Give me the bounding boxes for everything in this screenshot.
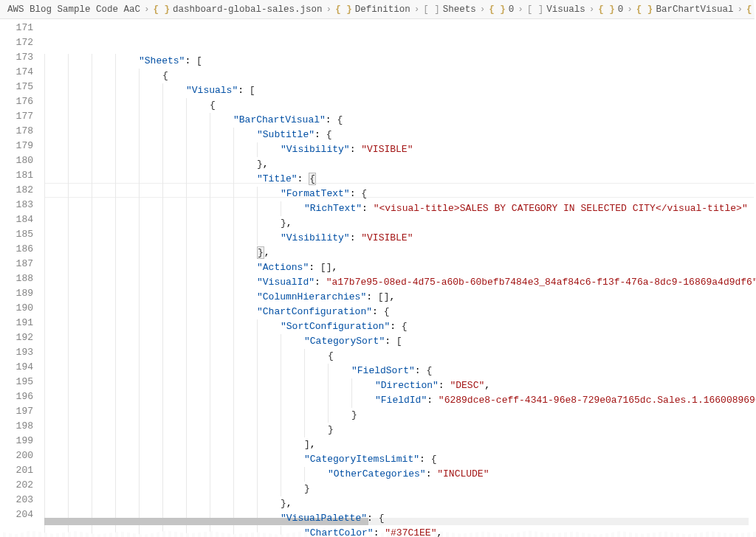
code-line[interactable]: "RichText": "<visual-title>SALES BY CATE… xyxy=(44,201,756,216)
code-line[interactable]: "FieldId": "6289dce8-ceff-4341-96e8-729e… xyxy=(44,393,756,408)
code-line[interactable]: "ChartConfiguration": { xyxy=(44,305,756,319)
line-number: 201 xyxy=(0,463,33,478)
json-object-icon: { } xyxy=(154,4,171,15)
code-line[interactable]: "FormatText": { xyxy=(44,187,756,201)
code-line[interactable]: "Visibility": "VISIBLE" xyxy=(44,142,756,157)
line-number: 196 xyxy=(0,389,33,404)
json-array-icon: [ ] xyxy=(527,4,544,15)
code-line[interactable]: { xyxy=(44,98,756,113)
breadcrumb-label: BarChartVisual xyxy=(656,4,733,15)
breadcrumb-label: dashboard-global-sales.json xyxy=(173,4,323,15)
chevron-right-icon: › xyxy=(480,4,486,15)
code-line[interactable]: "FieldSort": { xyxy=(44,364,756,378)
chevron-right-icon: › xyxy=(627,4,633,15)
code-line[interactable]: ], xyxy=(44,437,756,452)
code-line[interactable]: "VisualId": "a17b7e95-08ed-4d75-a60b-60b… xyxy=(44,275,756,290)
breadcrumb-item[interactable]: AWS Blog Sample Code AaC xyxy=(7,4,140,15)
line-number: 189 xyxy=(0,286,33,301)
line-number: 184 xyxy=(0,212,33,227)
code-line[interactable]: { xyxy=(44,349,756,364)
code-line[interactable]: "ColumnHierarchies": [], xyxy=(44,290,756,305)
line-number: 172 xyxy=(0,35,33,50)
line-number: 200 xyxy=(0,448,33,463)
matched-brace: { xyxy=(309,173,316,185)
chevron-right-icon: › xyxy=(414,4,420,15)
code-line[interactable]: } xyxy=(44,408,756,423)
json-object-icon: { } xyxy=(335,4,352,15)
line-number: 178 xyxy=(0,124,33,139)
line-number: 192 xyxy=(0,330,33,345)
breadcrumb-item[interactable]: { }BarChartVisual xyxy=(636,4,734,15)
breadcrumb-label: AWS Blog Sample Code AaC xyxy=(7,4,140,15)
line-number: 190 xyxy=(0,301,33,316)
line-number: 175 xyxy=(0,80,33,94)
line-number: 188 xyxy=(0,271,33,286)
line-number: 187 xyxy=(0,257,33,271)
line-number: 182 xyxy=(0,183,33,198)
line-number: 174 xyxy=(0,65,33,80)
breadcrumb-item[interactable]: { }0 xyxy=(489,4,514,15)
line-number: 171 xyxy=(0,21,33,35)
line-number: 198 xyxy=(0,419,33,434)
line-number: 173 xyxy=(0,50,33,65)
breadcrumb-label: Visuals xyxy=(546,4,585,15)
chevron-right-icon: › xyxy=(518,4,523,15)
code-line[interactable]: } xyxy=(44,482,756,496)
breadcrumb-item[interactable]: { }dashboard-global-sales.json xyxy=(154,4,323,15)
code-line[interactable]: "OtherCategories": "INCLUDE" xyxy=(44,467,756,482)
code-line[interactable]: "Subtitle": { xyxy=(44,128,756,142)
line-number: 204 xyxy=(0,507,33,522)
code-editor[interactable]: 1711721731741751761771781791801811821831… xyxy=(0,19,756,537)
code-line[interactable]: "Sheets": [ xyxy=(44,54,756,69)
code-line[interactable]: } xyxy=(44,423,756,437)
line-number: 177 xyxy=(0,109,33,124)
line-number: 186 xyxy=(0,242,33,257)
code-line[interactable]: }, xyxy=(44,246,756,260)
line-number: 195 xyxy=(0,375,33,389)
code-line[interactable]: }, xyxy=(44,216,756,231)
breadcrumb-label: Sheets xyxy=(443,4,476,15)
line-number: 197 xyxy=(0,404,33,419)
line-number: 183 xyxy=(0,198,33,212)
code-line[interactable]: }, xyxy=(44,496,756,511)
code-line[interactable]: "SortConfiguration": { xyxy=(44,319,756,334)
code-line[interactable]: "Direction": "DESC", xyxy=(44,378,756,393)
line-number: 180 xyxy=(0,153,33,168)
line-number: 191 xyxy=(0,316,33,330)
matched-brace: } xyxy=(257,246,264,259)
json-array-icon: [ ] xyxy=(423,4,440,15)
breadcrumb-item[interactable]: [ ]Sheets xyxy=(423,4,476,15)
code-line[interactable]: "Visibility": "VISIBLE" xyxy=(44,231,756,246)
chevron-right-icon: › xyxy=(326,4,332,15)
code-line[interactable]: "Title": { xyxy=(44,172,756,187)
chevron-right-icon: › xyxy=(589,4,595,15)
line-number: 176 xyxy=(0,94,33,109)
chevron-right-icon: › xyxy=(144,4,150,15)
line-number: 179 xyxy=(0,139,33,153)
chevron-right-icon: › xyxy=(737,4,743,15)
line-number: 194 xyxy=(0,360,33,375)
breadcrumb-item[interactable]: [ ]Visuals xyxy=(527,4,585,15)
line-number: 202 xyxy=(0,478,33,493)
code-line[interactable]: "Visuals": [ xyxy=(44,83,756,98)
breadcrumb-label: Definition xyxy=(355,4,410,15)
code-area[interactable]: "Sheets": [{"Visuals": [{"BarChartVisual… xyxy=(44,19,756,537)
line-number: 199 xyxy=(0,434,33,448)
line-number: 193 xyxy=(0,345,33,360)
json-object-icon: { } xyxy=(489,4,506,15)
code-line[interactable]: }, xyxy=(44,157,756,172)
line-number-gutter: 1711721731741751761771781791801811821831… xyxy=(0,19,44,537)
code-line[interactable]: "CategoryItemsLimit": { xyxy=(44,452,756,467)
line-number: 203 xyxy=(0,493,33,507)
breadcrumb-item[interactable]: { }Definition xyxy=(335,4,410,15)
code-line[interactable]: "CategorySort": [ xyxy=(44,334,756,349)
line-number: 181 xyxy=(0,168,33,183)
breadcrumb-label: 0 xyxy=(618,4,624,15)
code-line[interactable]: "BarChartVisual": { xyxy=(44,113,756,128)
json-object-icon: { } xyxy=(636,4,653,15)
code-line[interactable]: { xyxy=(44,69,756,83)
breadcrumb[interactable]: AWS Blog Sample Code AaC›{ }dashboard-gl… xyxy=(0,0,756,19)
json-object-icon: { } xyxy=(598,4,615,15)
code-line[interactable]: "Actions": [], xyxy=(44,260,756,275)
breadcrumb-item[interactable]: { }0 xyxy=(598,4,623,15)
